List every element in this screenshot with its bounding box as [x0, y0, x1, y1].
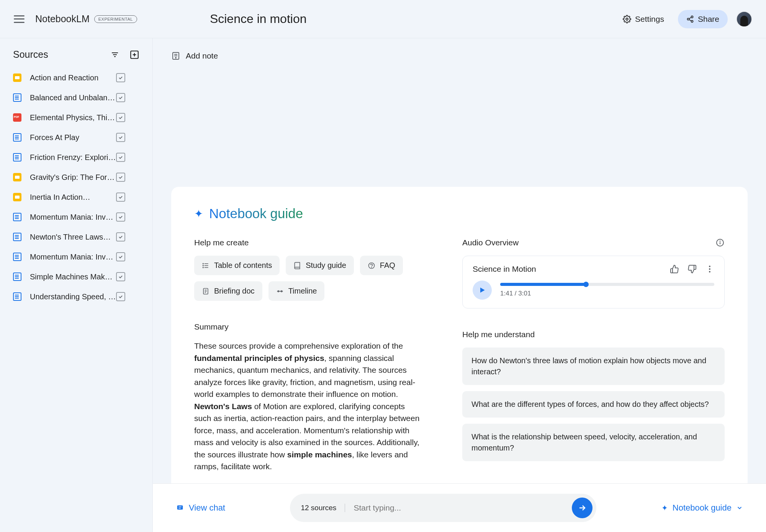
- source-checkbox[interactable]: [116, 73, 125, 82]
- view-chat-button[interactable]: View chat: [176, 503, 225, 513]
- source-item[interactable]: Momentum Mania: Inves…: [9, 207, 143, 227]
- summary-b: Newton's Laws: [194, 402, 252, 411]
- source-doc-icon: [13, 273, 21, 281]
- chip-study-guide[interactable]: Study guide: [286, 256, 354, 275]
- suggested-question[interactable]: What is the relationship between speed, …: [462, 424, 725, 461]
- source-item[interactable]: Simple Machines Make…: [9, 267, 143, 287]
- chip-label: Study guide: [306, 261, 346, 270]
- timeline-icon: [276, 287, 284, 295]
- source-label: Simple Machines Make…: [30, 273, 116, 281]
- add-source-button[interactable]: [129, 50, 139, 60]
- play-icon: [478, 286, 486, 294]
- source-item[interactable]: Gravity's Grip: The Force…: [9, 167, 143, 187]
- help-create-label: Help me create: [194, 238, 424, 247]
- sources-count[interactable]: 12 sources: [301, 504, 345, 512]
- source-checkbox[interactable]: [116, 133, 125, 142]
- source-label: Friction Frenzy: Explorin…: [30, 153, 116, 162]
- sidebar-title: Sources: [13, 49, 48, 60]
- source-item[interactable]: Momentum Mania: Inves…: [9, 247, 143, 267]
- svg-point-0: [626, 18, 628, 20]
- source-checkbox[interactable]: [116, 173, 125, 182]
- audio-info-button[interactable]: [715, 238, 725, 247]
- guide-label: Notebook guide: [673, 503, 732, 513]
- source-item[interactable]: Balanced and Unbalance…: [9, 88, 143, 108]
- check-icon: [118, 95, 123, 100]
- svg-point-2: [687, 18, 689, 20]
- list-icon: [202, 262, 210, 269]
- chat-input[interactable]: [345, 499, 572, 516]
- thumbs-down-button[interactable]: [687, 264, 697, 274]
- source-item[interactable]: Inertia In Action…: [9, 187, 143, 207]
- check-icon: [118, 75, 123, 80]
- suggested-question[interactable]: What are the different types of forces, …: [462, 391, 725, 418]
- check-icon: [118, 254, 123, 259]
- source-checkbox[interactable]: [116, 272, 125, 281]
- svg-point-22: [203, 267, 204, 268]
- chip-label: FAQ: [380, 261, 395, 270]
- menu-icon[interactable]: [14, 15, 25, 23]
- add-note-label: Add note: [186, 51, 218, 60]
- thumbs-up-button[interactable]: [670, 264, 679, 274]
- plus-box-icon: [129, 50, 139, 60]
- audio-progress-bar[interactable]: [500, 283, 714, 286]
- source-checkbox[interactable]: [116, 212, 125, 222]
- source-checkbox[interactable]: [116, 153, 125, 162]
- source-doc-icon: [13, 213, 21, 221]
- source-doc-icon: [13, 153, 21, 162]
- source-label: Elemental Physics, Third…: [30, 113, 116, 122]
- source-doc-icon: [13, 233, 21, 241]
- source-checkbox[interactable]: [116, 292, 125, 301]
- source-slides-icon: [13, 173, 21, 181]
- bottom-bar: View chat 12 sources ✦ Notebook guide: [153, 483, 766, 532]
- source-item[interactable]: Understanding Speed, Ve…: [9, 287, 143, 307]
- chip-toc[interactable]: Table of contents: [194, 256, 280, 275]
- main-content: Add note ✦ Notebook guide Help me create…: [153, 38, 766, 532]
- source-item[interactable]: Elemental Physics, Third…: [9, 108, 143, 127]
- summary-b: fundamental principles of physics: [194, 354, 324, 362]
- chip-label: Table of contents: [214, 261, 272, 270]
- source-doc-icon: [13, 253, 21, 261]
- source-checkbox[interactable]: [116, 93, 125, 102]
- filter-button[interactable]: [110, 50, 119, 60]
- source-item[interactable]: Action and Reaction: [9, 68, 143, 88]
- send-button[interactable]: [572, 498, 593, 518]
- suggested-question[interactable]: How do Newton's three laws of motion exp…: [462, 348, 725, 385]
- play-button[interactable]: [473, 281, 492, 300]
- svg-point-36: [709, 268, 710, 270]
- source-doc-icon: [13, 133, 21, 142]
- share-icon: [686, 15, 694, 23]
- audio-more-button[interactable]: [705, 264, 714, 274]
- chevron-down-icon: [736, 504, 743, 511]
- svg-point-34: [720, 241, 720, 242]
- doc-icon: [202, 287, 210, 295]
- source-slides-icon: [13, 73, 21, 82]
- thumbs-up-icon: [670, 264, 679, 274]
- share-button[interactable]: Share: [678, 10, 728, 28]
- source-item[interactable]: Friction Frenzy: Explorin…: [9, 147, 143, 167]
- add-note-button[interactable]: Add note: [153, 38, 766, 60]
- source-label: Balanced and Unbalance…: [30, 93, 116, 102]
- check-icon: [118, 214, 123, 220]
- source-checkbox[interactable]: [116, 232, 125, 242]
- source-checkbox[interactable]: [116, 193, 125, 202]
- notebook-guide-button[interactable]: ✦ Notebook guide: [661, 503, 743, 513]
- settings-button[interactable]: Settings: [614, 10, 673, 28]
- chip-faq[interactable]: FAQ: [360, 256, 403, 275]
- check-icon: [118, 135, 123, 140]
- check-icon: [118, 194, 123, 200]
- notebook-title[interactable]: Science in motion: [210, 12, 307, 26]
- source-item[interactable]: Newton's Three Laws…: [9, 227, 143, 247]
- audio-overview-label: Audio Overview: [462, 238, 519, 247]
- source-checkbox[interactable]: [116, 252, 125, 261]
- source-item[interactable]: Forces At Play: [9, 127, 143, 147]
- chip-briefing[interactable]: Briefing doc: [194, 281, 262, 301]
- summary-text: These sources provide a comprehensive ex…: [194, 340, 424, 473]
- user-avatar[interactable]: [736, 11, 752, 27]
- source-doc-icon: [13, 292, 21, 301]
- source-checkbox[interactable]: [116, 113, 125, 122]
- svg-point-35: [709, 266, 710, 267]
- check-icon: [118, 175, 123, 180]
- guide-title: Notebook guide: [209, 206, 303, 221]
- check-icon: [118, 234, 123, 240]
- chip-timeline[interactable]: Timeline: [268, 281, 325, 301]
